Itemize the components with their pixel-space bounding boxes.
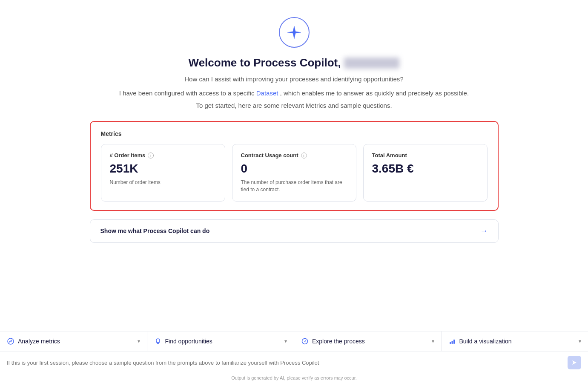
metrics-cards: # Order items i 251K Number of order ite… (101, 144, 488, 202)
dataset-pre-text: I have been configured with access to a … (119, 89, 256, 97)
chevron-down-icon-2: ▾ (284, 338, 287, 344)
metric-card-total-amount: Total Amount 3.65B € (363, 144, 488, 202)
chevron-down-icon-4: ▾ (579, 338, 581, 344)
metric-card-contract-usage: Contract Usage count i 0 The number of p… (232, 144, 356, 202)
metric-title-text-3: Total Amount (372, 152, 407, 158)
metric-card-title-1: # Order items i (110, 152, 216, 158)
metric-value-3: 3.65B € (372, 162, 479, 176)
info-icon-1[interactable]: i (148, 153, 154, 158)
arrow-right-icon: → (480, 227, 488, 236)
metrics-label: Metrics (101, 130, 488, 137)
info-icon-2[interactable]: i (301, 153, 307, 158)
copilot-logo-icon (279, 17, 310, 48)
metric-card-title-2: Contract Usage count i (241, 152, 347, 158)
main-content: Welcome to Process Copilot, How can I as… (0, 0, 588, 331)
visualization-icon (448, 337, 456, 345)
title-text: Welcome to Process Copilot, (189, 56, 341, 69)
metric-desc-1: Number of order items (110, 179, 216, 186)
starter-text: To get started, here are some relevant M… (196, 102, 392, 109)
opportunities-label: Find opportunities (165, 338, 212, 345)
analyze-label: Analyze metrics (18, 338, 60, 345)
metric-value-2: 0 (241, 162, 347, 176)
bottom-section: Analyze metrics ▾ Find opportunities ▾ (0, 331, 588, 383)
dataset-link[interactable]: Dataset (256, 89, 278, 97)
dataset-line: I have been configured with access to a … (119, 89, 469, 97)
send-button[interactable] (568, 356, 581, 369)
metric-card-order-items: # Order items i 251K Number of order ite… (101, 144, 225, 202)
prompt-btn-visualization[interactable]: Build a visualization ▾ (442, 331, 588, 351)
chevron-down-icon-3: ▾ (432, 338, 434, 344)
user-name-blurred (344, 58, 399, 69)
metrics-section: Metrics # Order items i 251K Number of o… (90, 121, 499, 211)
subtitle-text: How can I assist with improving your pro… (184, 75, 403, 83)
prompt-btn-analyze[interactable]: Analyze metrics ▾ (0, 331, 147, 351)
metric-desc-2: The number of purchase order items that … (241, 179, 347, 193)
analyze-icon (7, 337, 14, 345)
metric-title-text-1: # Order items (110, 152, 146, 158)
explore-icon (301, 337, 309, 345)
metric-title-text-2: Contract Usage count (241, 152, 298, 158)
show-more-label: Show me what Process Copilot can do (100, 227, 210, 234)
chevron-down-icon-1: ▾ (138, 338, 140, 344)
explore-label: Explore the process (312, 338, 365, 345)
visualization-label: Build a visualization (459, 338, 512, 345)
metric-value-1: 251K (110, 162, 216, 176)
dataset-post-text: , which enables me to answer as quickly … (280, 89, 469, 97)
svg-rect-4 (453, 340, 455, 344)
input-bar (0, 351, 588, 374)
svg-rect-2 (450, 342, 451, 344)
lightbulb-icon (154, 337, 162, 345)
footer-note: Output is generated by AI, please verify… (0, 374, 588, 383)
prompt-buttons-bar: Analyze metrics ▾ Find opportunities ▾ (0, 331, 588, 351)
show-more-button[interactable]: Show me what Process Copilot can do → (90, 219, 499, 243)
welcome-title: Welcome to Process Copilot, (189, 56, 400, 69)
metric-card-title-3: Total Amount (372, 152, 479, 158)
prompt-btn-explore[interactable]: Explore the process ▾ (294, 331, 442, 351)
chat-input[interactable] (7, 360, 563, 366)
svg-rect-3 (451, 341, 453, 344)
prompt-btn-opportunities[interactable]: Find opportunities ▾ (147, 331, 295, 351)
